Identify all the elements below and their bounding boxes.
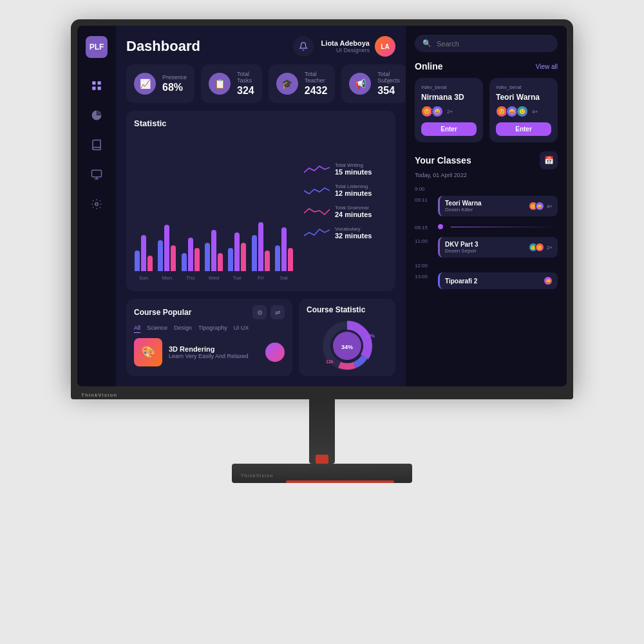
search-bar[interactable]: 🔍 bbox=[415, 35, 558, 52]
sidebar-item-chart[interactable] bbox=[90, 108, 104, 122]
tab-design[interactable]: Design bbox=[174, 325, 192, 333]
legend-item-writing: Total Writing 15 minutes bbox=[304, 162, 388, 176]
stat-icon-subjects: 📢 bbox=[349, 73, 371, 95]
class-card-tipoarafi[interactable]: Tipoarafi 2 😄 bbox=[438, 272, 558, 289]
svg-text:12k: 12k bbox=[326, 359, 334, 364]
time-slot-dot: 09:15 bbox=[415, 219, 558, 234]
chart-legend: Total Writing 15 minutes Total Listening… bbox=[304, 118, 388, 283]
header: Dashboard Liota Adeboya UI Designers LA bbox=[126, 36, 395, 57]
your-classes-section: Your Classes 📅 Today, 01 April 2022 9:00… bbox=[415, 151, 558, 377]
bar-tue-0 bbox=[228, 248, 233, 271]
svg-point-7 bbox=[95, 203, 99, 206]
legend-value-listening: 12 minutes bbox=[335, 189, 388, 197]
class-card-teori[interactable]: Teori Warna Dosen Killer 😊 😄 4+ bbox=[438, 196, 558, 216]
course-progress-circle bbox=[265, 343, 285, 362]
online-card-teori: #dkv_berat Teori Warna 😊 😄 🙂 4+ Enter bbox=[489, 78, 558, 142]
course-info: 3D Rendering Learn Very Easily And Relax… bbox=[169, 345, 259, 359]
legend-item-grammar: Total Grammar 24 minutes bbox=[304, 205, 388, 218]
bar-pair-sat bbox=[275, 227, 293, 271]
sidebar-item-monitor[interactable] bbox=[90, 167, 104, 182]
tab-all[interactable]: All bbox=[134, 325, 140, 333]
search-icon: 🔍 bbox=[422, 39, 431, 48]
bar-pair-thu bbox=[182, 238, 200, 271]
time-slot-0911: 09:11 Teori Warna Dosen Killer 😊 😄 4+ bbox=[415, 193, 558, 219]
class-teacher-dkv: Dosen Sepuh bbox=[445, 248, 529, 254]
card-name-teori: Teori Warna bbox=[496, 93, 551, 102]
class-card-dkv[interactable]: DKV Part 3 Dosen Sepuh 🙂 😊 2+ bbox=[438, 237, 558, 258]
sidebar-item-dashboard[interactable] bbox=[90, 79, 104, 93]
bar-fri-1 bbox=[258, 222, 263, 271]
brand-text: ThinkVision bbox=[81, 392, 117, 398]
avatar-2: 😄 bbox=[431, 106, 443, 117]
time-slot-900: 9:00 bbox=[415, 184, 558, 193]
bar-sun-2 bbox=[147, 256, 153, 271]
bar-mon-0 bbox=[158, 240, 163, 271]
class-teacher-teori: Dosen Killer bbox=[445, 207, 529, 213]
settings-icon-btn[interactable]: ⚙ bbox=[252, 305, 267, 319]
bar-tue-2 bbox=[241, 243, 246, 271]
legend-value-grammar: 24 minutes bbox=[335, 211, 388, 218]
time-label-0911: 09:11 bbox=[415, 196, 433, 203]
tab-uiux[interactable]: Ui UX bbox=[234, 325, 249, 333]
course-popular: Course Popular ⚙ ⇌ All Science Design Ti… bbox=[126, 299, 292, 376]
bar-group-sun: Sun bbox=[134, 235, 153, 281]
stats-row: 📈 Presence 68% 📋 Total Tasks 324 bbox=[126, 64, 395, 103]
online-card-nirmana: #dkv_berat Nirmana 3D 😊 😄 2+ Enter bbox=[415, 78, 483, 142]
main-content: Dashboard Liota Adeboya UI Designers LA bbox=[116, 26, 406, 386]
monitor-screen-border: PLF bbox=[77, 26, 567, 386]
avatar-count-teori: 4+ bbox=[532, 109, 538, 115]
enter-btn-nirmana[interactable]: Enter bbox=[421, 122, 477, 136]
tab-typography[interactable]: Tipography bbox=[198, 325, 227, 333]
bar-sun-1 bbox=[141, 235, 146, 271]
stat-icon-tasks: 📋 bbox=[209, 73, 231, 95]
class-name-tipoarafi: Tipoarafi 2 bbox=[445, 278, 544, 285]
search-input[interactable] bbox=[437, 40, 550, 48]
legend-label-writing: Total Writing bbox=[335, 162, 388, 168]
card-tag-nirmana: #dkv_berat bbox=[421, 84, 477, 90]
stat-value-presence: 68% bbox=[162, 82, 187, 93]
course-name: 3D Rendering bbox=[169, 345, 259, 353]
sidebar-item-settings[interactable] bbox=[90, 197, 104, 211]
legend-item-listening: Total Listening 12 minutes bbox=[304, 184, 388, 197]
svg-text:10%: 10% bbox=[366, 334, 375, 338]
stand-base: ThinkVision bbox=[232, 464, 412, 483]
bar-pair-fri bbox=[252, 222, 270, 271]
bar-tue-1 bbox=[234, 232, 240, 271]
bar-group-fri: Fri bbox=[251, 222, 270, 281]
user-name: Liota Adeboya bbox=[321, 39, 370, 47]
filter-icon-btn[interactable]: ⇌ bbox=[270, 305, 285, 319]
class-name-teori: Teori Warna bbox=[445, 200, 529, 207]
time-slot-1300: 13:00 Tipoarafi 2 😄 bbox=[415, 270, 558, 292]
sidebar-logo[interactable]: PLF bbox=[86, 36, 108, 58]
bar-thu-0 bbox=[182, 253, 187, 271]
bar-wed-2 bbox=[218, 253, 223, 271]
time-label-1100: 11:00 bbox=[415, 237, 433, 244]
legend-value-writing: 15 minutes bbox=[335, 168, 388, 176]
stat-label-subjects: Total Subjects bbox=[377, 71, 400, 84]
calendar-icon[interactable]: 📅 bbox=[540, 151, 558, 169]
card-tag-teori: #dkv_berat bbox=[496, 84, 551, 90]
bar-label-sat: Sat bbox=[280, 275, 288, 281]
bar-label-sun: Sun bbox=[139, 275, 148, 281]
stat-card-presence: 📈 Presence 68% bbox=[126, 64, 194, 103]
time-slot-1200: 12:00 bbox=[415, 260, 558, 270]
bar-group-mon: Mon bbox=[157, 225, 176, 281]
bar-mon-1 bbox=[164, 225, 169, 271]
stand-neck bbox=[309, 399, 335, 464]
enter-btn-teori[interactable]: Enter bbox=[496, 122, 551, 136]
tab-science[interactable]: Science bbox=[147, 325, 167, 333]
stat-card-teacher: 🎓 Total Teacher 2432 bbox=[269, 64, 336, 103]
monitor-bottom-bar: ThinkVision bbox=[71, 390, 573, 399]
class-member-count: 4+ bbox=[547, 204, 553, 209]
course-description: Learn Very Easily And Relaxed bbox=[169, 353, 259, 359]
sidebar-item-book[interactable] bbox=[90, 138, 104, 152]
class-avatar-2: 😄 bbox=[535, 202, 544, 211]
donut-container: 34% 10% 12k bbox=[307, 317, 388, 375]
notification-btn[interactable] bbox=[293, 36, 314, 57]
active-dot bbox=[438, 224, 443, 229]
class-member-count-dkv: 2+ bbox=[547, 245, 553, 251]
view-all-link[interactable]: View all bbox=[536, 63, 558, 70]
time-label-1200: 12:00 bbox=[415, 261, 433, 269]
svg-text:34%: 34% bbox=[341, 344, 353, 350]
bar-fri-0 bbox=[252, 235, 257, 271]
